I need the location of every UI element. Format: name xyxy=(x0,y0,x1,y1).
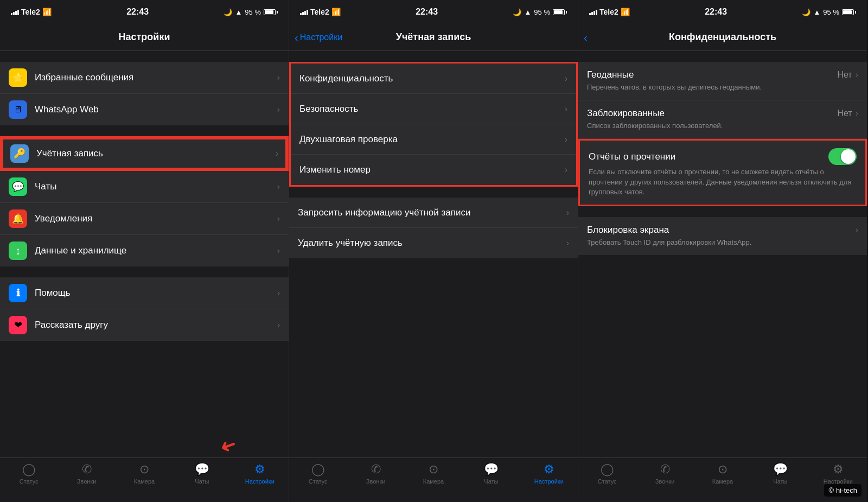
tab-chats-2[interactable]: 💬 Чаты xyxy=(462,462,520,485)
list-item-two-step[interactable]: Двухшаговая проверка › xyxy=(291,124,576,155)
settings-group-1c: ℹ Помощь › ❤ Рассказать другу › xyxy=(0,277,289,341)
geodata-chevron: › xyxy=(856,70,858,80)
tab-status-icon-1: ◯ xyxy=(22,462,36,476)
notifications-right: › xyxy=(276,214,280,224)
battery-icon-1 xyxy=(264,9,278,15)
moon-icon-1: 🌙 xyxy=(224,8,232,16)
signal-icon-2 xyxy=(300,9,308,15)
privacy-label: Конфиденциальность xyxy=(299,73,564,84)
data-storage-chevron: › xyxy=(277,246,280,256)
read-receipts-label: Отчёты о прочтении xyxy=(589,151,675,162)
tab-settings-1[interactable]: ⚙ Настройки ➜ xyxy=(231,462,289,485)
tab-calls-label-1: Звонки xyxy=(77,478,97,485)
battery-tip-2 xyxy=(566,11,567,14)
tab-camera-1[interactable]: ⊙ Камера xyxy=(116,462,173,485)
list-item-help[interactable]: ℹ Помощь › xyxy=(0,277,289,309)
list-item-privacy[interactable]: Конфиденциальность › xyxy=(291,63,576,94)
list-item-chats[interactable]: 💬 Чаты › xyxy=(0,171,289,203)
tab-status-icon-3: ◯ xyxy=(601,462,614,476)
settings-group-1a: ⭐ Избранные сообщения › 🖥 WhatsApp Web › xyxy=(0,62,289,125)
panel-privacy: Tele2 📶 22:43 🌙 ▲ 95 % ‹ Конфиденциально… xyxy=(578,0,867,502)
account-text: Учётная запись xyxy=(36,148,275,159)
tab-chats-3[interactable]: 💬 Чаты xyxy=(751,462,809,485)
panel-account: Tele2 📶 22:43 🌙 ▲ 95 % ‹ Настройки Учётн… xyxy=(289,0,578,502)
account-divider-2 xyxy=(289,187,578,198)
tab-status-1[interactable]: ◯ Статус xyxy=(0,462,58,485)
tab-bar-1: ◯ Статус ✆ Звонки ⊙ Камера 💬 Чаты ⚙ Наст… xyxy=(0,457,289,502)
tab-status-2[interactable]: ◯ Статус xyxy=(289,462,347,485)
nav-back-3[interactable]: ‹ xyxy=(584,32,588,43)
tab-calls-2[interactable]: ✆ Звонки xyxy=(347,462,404,485)
hitech-label: hi-tech xyxy=(836,486,857,494)
tab-settings-label-1: Настройки xyxy=(245,478,275,485)
tab-camera-icon-3: ⊙ xyxy=(718,462,727,476)
carrier-name-1: Tele2 xyxy=(21,8,40,16)
list-item-account[interactable]: 🔑 Учётная запись › xyxy=(0,136,289,171)
whatsapp-web-label: WhatsApp Web xyxy=(35,104,99,115)
data-storage-right: › xyxy=(276,246,280,256)
geodata-right: Нет › xyxy=(837,70,858,80)
list-item-tell-friend[interactable]: ❤ Рассказать другу › xyxy=(0,309,289,341)
read-receipts-toggle[interactable] xyxy=(828,148,857,165)
privacy-item-geodata[interactable]: Геоданные Нет › Перечень чатов, в которы… xyxy=(578,62,867,100)
privacy-item-screen-lock[interactable]: Блокировка экрана › Требовать Touch ID д… xyxy=(578,217,867,255)
list-item-data-storage[interactable]: ↕ Данные и хранилище › xyxy=(0,235,289,266)
help-chevron: › xyxy=(277,288,280,298)
screen-lock-label: Блокировка экрана xyxy=(587,225,669,236)
location-icon-2: ▲ xyxy=(524,8,531,16)
tab-chats-1[interactable]: 💬 Чаты xyxy=(173,462,231,485)
battery-icon-2 xyxy=(553,9,567,15)
tab-calls-3[interactable]: ✆ Звонки xyxy=(636,462,693,485)
list-item-whatsapp-web[interactable]: 🖥 WhatsApp Web › xyxy=(0,94,289,125)
divider-4 xyxy=(0,341,289,352)
account-icon: 🔑 xyxy=(10,144,29,163)
list-item-delete-account[interactable]: Удалить учётную запись › xyxy=(289,228,578,258)
privacy-divider-2 xyxy=(578,206,867,217)
tab-status-3[interactable]: ◯ Статус xyxy=(578,462,636,485)
status-bar-1: Tele2 📶 22:43 🌙 ▲ 95 % xyxy=(0,0,289,24)
tab-settings-3[interactable]: ⚙ Настройки xyxy=(809,462,867,485)
tab-settings-label-2: Настройки xyxy=(534,478,564,485)
wifi-icon-1: 📶 xyxy=(42,8,52,16)
list-item-favorites[interactable]: ⭐ Избранные сообщения › xyxy=(0,62,289,94)
list-item-request-account[interactable]: Запросить информацию учётной записи › xyxy=(289,198,578,228)
tab-status-label-2: Статус xyxy=(309,478,328,485)
nav-bar-1: Настройки xyxy=(0,24,289,51)
help-icon: ℹ xyxy=(9,284,27,302)
tab-camera-label-1: Камера xyxy=(134,478,155,485)
tab-camera-2[interactable]: ⊙ Камера xyxy=(405,462,462,485)
read-receipts-row: Отчёты о прочтении xyxy=(589,148,857,165)
list-item-notifications[interactable]: 🔔 Уведомления › xyxy=(0,203,289,235)
signal-bar-2d xyxy=(307,10,308,15)
tab-settings-2[interactable]: ⚙ Настройки xyxy=(520,462,578,485)
moon-icon-2: 🌙 xyxy=(513,8,521,16)
tab-calls-1[interactable]: ✆ Звонки xyxy=(58,462,115,485)
privacy-item-blocked[interactable]: Заблокированные Нет › Список заблокирова… xyxy=(578,100,867,139)
account-chevron: › xyxy=(276,149,278,158)
wifi-icon-3: 📶 xyxy=(621,8,630,16)
delete-account-chevron: › xyxy=(566,238,569,248)
carrier-name-2: Tele2 xyxy=(310,8,329,16)
signal-bar-2b xyxy=(302,12,304,15)
time-3: 22:43 xyxy=(705,7,727,17)
security-chevron: › xyxy=(565,104,567,114)
list-item-change-number[interactable]: Изменить номер › xyxy=(291,155,576,185)
privacy-chevron: › xyxy=(565,74,567,84)
tab-bar-2: ◯ Статус ✆ Звонки ⊙ Камера 💬 Чаты ⚙ Наст… xyxy=(289,457,578,502)
privacy-item-read-receipts[interactable]: Отчёты о прочтении Если вы отключите отч… xyxy=(578,139,867,206)
blocked-chevron: › xyxy=(856,109,858,118)
battery-fill-3 xyxy=(843,10,852,14)
tab-chats-icon-1: 💬 xyxy=(195,462,209,476)
list-item-security[interactable]: Безопасность › xyxy=(291,94,576,124)
status-right-3: 🌙 ▲ 95 % xyxy=(802,8,856,16)
carrier-name-3: Tele2 xyxy=(599,8,618,16)
tell-friend-label: Рассказать другу xyxy=(35,320,108,330)
nav-back-2[interactable]: ‹ Настройки xyxy=(295,32,342,43)
status-right-1: 🌙 ▲ 95 % xyxy=(224,8,278,16)
tab-camera-3[interactable]: ⊙ Камера xyxy=(694,462,751,485)
signal-icon xyxy=(11,9,19,15)
chats-label: Чаты xyxy=(35,181,56,192)
tab-chats-icon-2: 💬 xyxy=(484,462,499,476)
data-storage-icon: ↕ xyxy=(9,242,27,260)
back-label-2: Настройки xyxy=(300,33,342,42)
